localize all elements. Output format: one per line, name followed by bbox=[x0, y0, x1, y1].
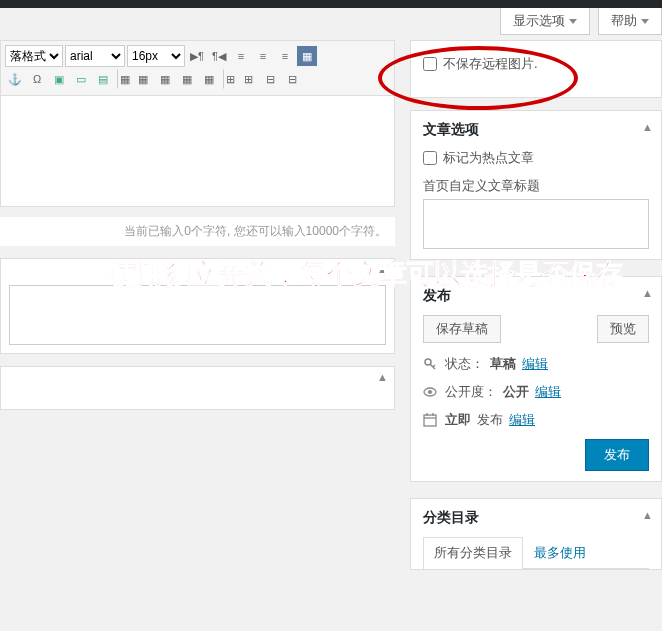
editor-panel: 落格式 arial 16px ▶¶ ¶◀ ≡ ≡ ≡ ▦ ⚓ Ω ▣ ▭ ▤ ▦… bbox=[0, 40, 395, 207]
visibility-value: 公开 bbox=[503, 383, 529, 401]
collapse-icon[interactable]: ▲ bbox=[377, 263, 388, 275]
row-top-icon[interactable]: ⊟ bbox=[260, 69, 280, 89]
help-button[interactable]: 帮助 bbox=[598, 8, 662, 35]
excerpt-textarea[interactable] bbox=[9, 285, 386, 345]
format-select[interactable]: 落格式 bbox=[5, 45, 63, 67]
status-row: 状态： 草稿 编辑 bbox=[423, 355, 649, 373]
hot-post-label: 标记为热点文章 bbox=[443, 149, 534, 167]
indent-right-icon[interactable]: ≡ bbox=[253, 46, 273, 66]
eye-icon bbox=[423, 385, 439, 399]
omega-icon[interactable]: Ω bbox=[27, 69, 47, 89]
sidebar-column: 不保存远程图片. 文章选项 ▲ 标记为热点文章 首页自定义文章标题 发布 ▲ 保… bbox=[410, 40, 662, 586]
collapse-icon[interactable]: ▲ bbox=[642, 509, 653, 521]
col-left-icon[interactable]: ⊞ bbox=[223, 69, 236, 89]
char-count-label: 当前已输入0个字符, 您还可以输入10000个字符。 bbox=[0, 217, 395, 246]
excerpt-panel: ▲ bbox=[0, 258, 395, 354]
categories-box: 分类目录 ▲ 所有分类目录 最多使用 bbox=[410, 498, 662, 570]
schedule-row: 立即 发布 编辑 bbox=[423, 411, 649, 429]
publish-box: 发布 ▲ 保存草稿 预览 状态： 草稿 编辑 公开度： 公开 编辑 bbox=[410, 276, 662, 482]
table2-icon[interactable]: ▦ bbox=[133, 69, 153, 89]
status-value: 草稿 bbox=[490, 355, 516, 373]
table5-icon[interactable]: ▦ bbox=[199, 69, 219, 89]
display-options-button[interactable]: 显示选项 bbox=[500, 8, 590, 35]
anchor-icon[interactable]: ⚓ bbox=[5, 69, 25, 89]
col-right-icon[interactable]: ⊞ bbox=[238, 69, 258, 89]
key-icon bbox=[423, 357, 439, 371]
post-options-title: 文章选项 bbox=[423, 121, 649, 139]
visibility-label: 公开度： bbox=[445, 383, 497, 401]
table-icon[interactable]: ▦ bbox=[117, 69, 131, 89]
visibility-edit-link[interactable]: 编辑 bbox=[535, 383, 561, 401]
schedule-label: 立即 bbox=[445, 411, 471, 429]
svg-rect-3 bbox=[424, 415, 436, 426]
fullscreen-icon[interactable]: ▦ bbox=[297, 46, 317, 66]
editor-content-area[interactable] bbox=[1, 96, 394, 206]
indent-left-icon[interactable]: ≡ bbox=[231, 46, 251, 66]
remote-image-label: 不保存远程图片. bbox=[443, 55, 538, 73]
tab-all-categories[interactable]: 所有分类目录 bbox=[423, 537, 523, 569]
tab-most-used[interactable]: 最多使用 bbox=[523, 537, 597, 568]
line-height-icon[interactable]: ≡ bbox=[275, 46, 295, 66]
save-draft-button[interactable]: 保存草稿 bbox=[423, 315, 501, 343]
schedule-suffix: 发布 bbox=[477, 411, 503, 429]
admin-topbar bbox=[0, 0, 662, 8]
publish-button[interactable]: 发布 bbox=[585, 439, 649, 471]
hot-post-row[interactable]: 标记为热点文章 bbox=[423, 149, 649, 167]
remote-image-checkbox[interactable] bbox=[423, 57, 437, 71]
custom-title-label: 首页自定义文章标题 bbox=[423, 177, 649, 195]
calendar-icon bbox=[423, 413, 439, 427]
status-edit-link[interactable]: 编辑 bbox=[522, 355, 548, 373]
custom-fields-panel: ▲ bbox=[0, 366, 395, 410]
ltr-icon[interactable]: ▶¶ bbox=[187, 46, 207, 66]
remote-image-box: 不保存远程图片. bbox=[410, 40, 662, 98]
table3-icon[interactable]: ▦ bbox=[155, 69, 175, 89]
size-select[interactable]: 16px bbox=[127, 45, 185, 67]
screen-options-bar: 显示选项 帮助 bbox=[500, 8, 662, 35]
font-select[interactable]: arial bbox=[65, 45, 125, 67]
svg-point-2 bbox=[428, 390, 432, 394]
post-options-box: 文章选项 ▲ 标记为热点文章 首页自定义文章标题 bbox=[410, 110, 662, 260]
row-bottom-icon[interactable]: ⊟ bbox=[282, 69, 302, 89]
main-editor-column: 落格式 arial 16px ▶¶ ¶◀ ≡ ≡ ≡ ▦ ⚓ Ω ▣ ▭ ▤ ▦… bbox=[0, 40, 395, 410]
remote-image-checkbox-row[interactable]: 不保存远程图片. bbox=[423, 55, 649, 73]
collapse-icon[interactable]: ▲ bbox=[377, 371, 388, 383]
collapse-icon[interactable]: ▲ bbox=[642, 287, 653, 299]
hot-post-checkbox[interactable] bbox=[423, 151, 437, 165]
frame-icon[interactable]: ▭ bbox=[71, 69, 91, 89]
preview-button[interactable]: 预览 bbox=[597, 315, 649, 343]
schedule-edit-link[interactable]: 编辑 bbox=[509, 411, 535, 429]
editor-toolbar: 落格式 arial 16px ▶¶ ¶◀ ≡ ≡ ≡ ▦ ⚓ Ω ▣ ▭ ▤ ▦… bbox=[1, 41, 394, 96]
publish-title: 发布 bbox=[423, 287, 649, 305]
collapse-icon[interactable]: ▲ bbox=[642, 121, 653, 133]
visibility-row: 公开度： 公开 编辑 bbox=[423, 383, 649, 401]
rtl-icon[interactable]: ¶◀ bbox=[209, 46, 229, 66]
doc-icon[interactable]: ▤ bbox=[93, 69, 113, 89]
table4-icon[interactable]: ▦ bbox=[177, 69, 197, 89]
image-icon[interactable]: ▣ bbox=[49, 69, 69, 89]
custom-title-input[interactable] bbox=[423, 199, 649, 249]
categories-title: 分类目录 bbox=[423, 509, 649, 527]
status-label: 状态： bbox=[445, 355, 484, 373]
category-tabs: 所有分类目录 最多使用 bbox=[423, 537, 649, 569]
